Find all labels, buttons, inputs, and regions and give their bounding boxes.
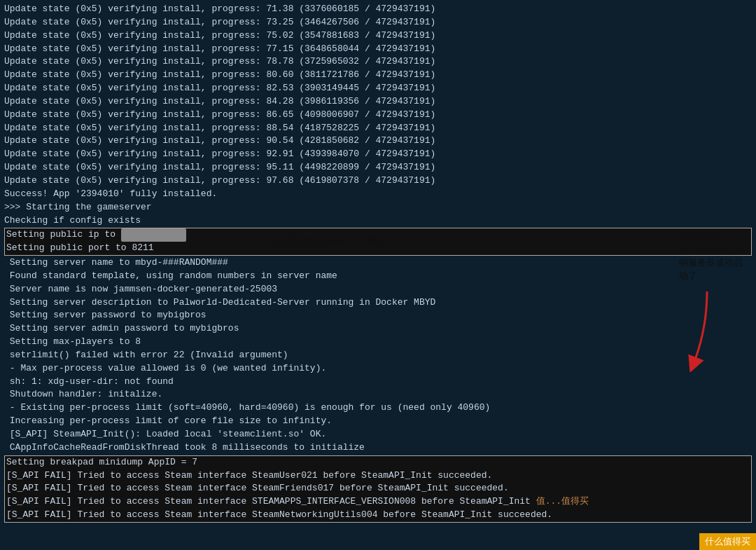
log-line: Update state (0x5) verifying install, pr… bbox=[4, 29, 752, 43]
suffix-text: 值...值得买 bbox=[531, 496, 589, 507]
log-line: Update state (0x5) verifying install, pr… bbox=[4, 135, 752, 148]
log-line: Increasing per-process limit of core fil… bbox=[4, 415, 752, 428]
log-line: Server name is now jammsen-docker-genera… bbox=[4, 283, 752, 296]
log-line: Update state (0x5) verifying install, pr… bbox=[4, 109, 752, 122]
log-line: Setting max-players to 8 bbox=[4, 336, 752, 349]
api-fail-line-4: [S_API FAIL] Tried to access Steam inter… bbox=[5, 509, 751, 522]
watermark: 什么值得买 bbox=[699, 533, 756, 550]
log-line: Update state (0x5) verifying install, pr… bbox=[4, 55, 752, 69]
log-line: Update state (0x5) verifying install, pr… bbox=[4, 3, 752, 16]
log-line: - Existing per-process limit (soft=40960… bbox=[4, 401, 752, 415]
log-line: Update state (0x5) verifying install, pr… bbox=[4, 161, 752, 174]
public-ip-line: Setting public ip to bbox=[5, 228, 751, 242]
api-fail-section: Setting breakpad minidump AppID = 7 [S_A… bbox=[4, 455, 752, 523]
public-port-line: Setting public port to 8211 bbox=[5, 242, 751, 255]
api-fail-line-3: [S_API FAIL] Tried to access Steam inter… bbox=[5, 495, 751, 509]
api-fail-line-2: [S_API FAIL] Tried to access Steam inter… bbox=[5, 482, 751, 495]
log-line: Update state (0x5) verifying install, pr… bbox=[4, 82, 752, 95]
log-line: - Max per-process value allowed is 0 (we… bbox=[4, 362, 752, 376]
success-line: Success! App '2394010' fully installed. bbox=[4, 188, 752, 201]
log-line: sh: 1: xdg-user-dir: not found bbox=[4, 376, 752, 389]
starting-line: >>> Starting the gameserver bbox=[4, 201, 752, 214]
ip-port-section: Setting public ip to Setting public port… bbox=[4, 228, 752, 256]
api-fail-line-1: [S_API FAIL] Tried to access Steam inter… bbox=[5, 469, 751, 483]
terminal: Update state (0x5) verifying install, pr… bbox=[0, 0, 756, 550]
log-line: [S_API] SteamAPI_Init(): Loaded local 's… bbox=[4, 428, 752, 441]
log-line: Update state (0x5) verifying install, pr… bbox=[4, 174, 752, 188]
config-check-line: Checking if config exists bbox=[4, 214, 752, 228]
log-line: Setting server password to mybigbros bbox=[4, 309, 752, 322]
log-line: Update state (0x5) verifying install, pr… bbox=[4, 122, 752, 135]
log-line: Setting server description to Palworld-D… bbox=[4, 296, 752, 310]
ip-blurred bbox=[121, 228, 187, 242]
log-line: Found standard template, using random nu… bbox=[4, 270, 752, 283]
log-line: Shutdown handler: initalize. bbox=[4, 388, 752, 401]
log-line: Update state (0x5) verifying install, pr… bbox=[4, 95, 752, 109]
log-line: Setting server admin password to mybigbr… bbox=[4, 322, 752, 336]
log-line: setrlimit() failed with error 22 (Invali… bbox=[4, 349, 752, 362]
breakpad-line: Setting breakpad minidump AppID = 7 bbox=[5, 456, 751, 469]
log-line: Setting server name to mbyd-###RANDOM### bbox=[4, 256, 752, 270]
log-line: Update state (0x5) verifying install, pr… bbox=[4, 16, 752, 29]
log-line: Update state (0x5) verifying install, pr… bbox=[4, 69, 752, 82]
log-line: Update state (0x5) verifying install, pr… bbox=[4, 43, 752, 56]
log-line: Update state (0x5) verifying install, pr… bbox=[4, 148, 752, 161]
log-line: CAppInfoCacheReadFromDiskThread took 8 m… bbox=[4, 441, 752, 455]
